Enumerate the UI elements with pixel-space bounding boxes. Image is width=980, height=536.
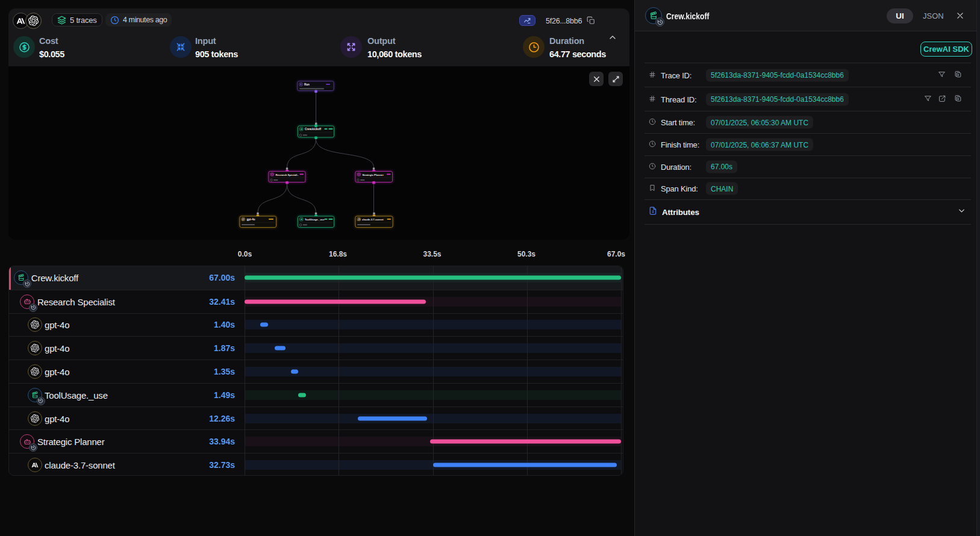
svg-text:gpt-4o: gpt-4o [247, 218, 255, 221]
svg-text:Crew.kickoff: Crew.kickoff [305, 128, 322, 131]
svg-text:Research Speciali..: Research Speciali.. [276, 173, 299, 176]
svg-text:Strategic Planner: Strategic Planner [363, 173, 384, 176]
svg-text:ToolUsage._use: ToolUsage._use [305, 218, 325, 221]
svg-text:Run: Run [304, 83, 310, 86]
svg-text:claude-3.7-sonnet: claude-3.7-sonnet [362, 218, 384, 221]
